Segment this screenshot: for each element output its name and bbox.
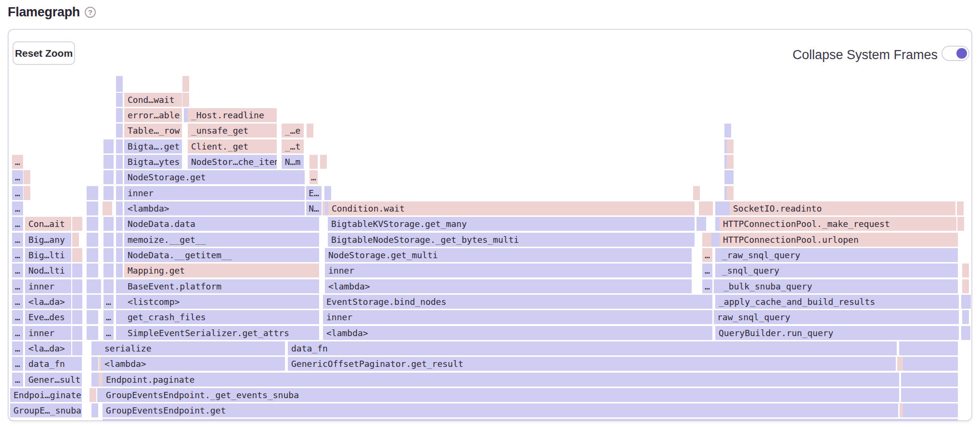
flame-frame-sliver[interactable] — [94, 279, 101, 293]
flame-frame[interactable]: memoize.__get__ — [124, 233, 319, 247]
flame-frame[interactable]: Bigta…ytes — [124, 155, 182, 169]
flame-frame[interactable]: Eve…des — [25, 310, 71, 324]
flame-frame[interactable]: GroupEventsEndpoint._get_events_snuba — [103, 388, 899, 402]
flame-frame-sliver[interactable] — [116, 76, 123, 92]
flame-frame-sliver[interactable] — [72, 326, 82, 340]
flame-frame[interactable]: Gener…sult — [25, 373, 82, 387]
flame-frame-sliver[interactable] — [693, 186, 700, 200]
flame-frame-sliver[interactable] — [116, 124, 123, 138]
flame-frame-sliver[interactable] — [964, 295, 971, 309]
flame-frame-sliver[interactable] — [103, 217, 114, 231]
flame-frame[interactable]: EventStorage.bind_nodes — [323, 295, 712, 309]
flame-frame[interactable]: … — [12, 186, 23, 200]
flame-frame-sliver[interactable] — [103, 279, 114, 293]
flame-frame[interactable]: <listcomp> — [124, 295, 319, 309]
flame-frame-sliver[interactable] — [116, 201, 123, 215]
flame-frame[interactable]: … — [103, 310, 114, 324]
flame-frame-sliver[interactable] — [116, 108, 123, 122]
flame-frame-sliver[interactable] — [72, 310, 82, 324]
flame-frame-sliver[interactable] — [699, 217, 706, 231]
flame-frame[interactable]: E… — [306, 186, 322, 200]
flame-frame[interactable]: NodeStorage.get_multi — [325, 248, 692, 262]
flame-frame[interactable]: Nod…lti — [25, 264, 71, 277]
flame-frame[interactable]: serialize — [101, 341, 285, 355]
flame-frame-sliver[interactable] — [91, 310, 98, 324]
flame-frame[interactable]: <la…da> — [25, 341, 71, 355]
flame-frame-sliver[interactable] — [91, 201, 98, 215]
flame-frame[interactable]: Cond…wait — [124, 93, 182, 107]
flame-frame-sliver[interactable] — [24, 170, 30, 184]
flame-frame[interactable]: SocketIO.readinto — [730, 201, 955, 215]
flame-frame-sliver[interactable] — [72, 341, 82, 355]
flame-frame[interactable]: _snql_query — [719, 264, 958, 277]
flame-frame[interactable]: … — [12, 373, 23, 387]
flame-frame[interactable]: Bigta….get — [124, 139, 182, 153]
flame-frame-sliver[interactable] — [116, 139, 123, 153]
flame-frame[interactable]: N…m — [282, 155, 304, 169]
flame-frame-sliver[interactable] — [72, 233, 79, 247]
flame-frame[interactable]: … — [12, 201, 23, 215]
flame-frame[interactable]: BigtableNodeStorage._get_bytes_multi — [328, 233, 695, 247]
flame-frame-sliver[interactable] — [718, 201, 725, 215]
flame-frame[interactable]: <lambda> — [101, 357, 285, 371]
flame-frame-sliver[interactable] — [320, 155, 327, 169]
flame-frame[interactable]: GroupE…_snuba — [10, 403, 82, 417]
flame-frame[interactable]: <lambda> — [124, 201, 305, 215]
flame-frame[interactable]: Client._get — [188, 139, 277, 153]
flame-frame-sliver[interactable] — [901, 373, 958, 387]
flame-frame[interactable]: N… — [306, 201, 322, 215]
flame-frame-sliver[interactable] — [706, 201, 713, 215]
flame-frame[interactable]: Table…_row — [124, 124, 182, 138]
flame-frame[interactable]: inner — [25, 279, 71, 293]
flame-frame[interactable]: HTTPConnectionPool.urlopen — [720, 233, 958, 247]
flame-frame-sliver[interactable] — [103, 201, 112, 215]
flame-frame[interactable]: data_fn — [288, 341, 897, 355]
flame-frame-sliver[interactable] — [962, 264, 969, 277]
flame-frame[interactable]: Endpoint.paginate — [103, 373, 899, 387]
flame-frame[interactable]: … — [12, 326, 23, 340]
flame-frame[interactable]: … — [12, 264, 23, 277]
flame-frame[interactable]: <la…da> — [25, 295, 71, 309]
flame-frame-sliver[interactable] — [94, 341, 101, 355]
flame-frame[interactable]: _apply_cache_and_build_results — [715, 295, 959, 309]
flame-frame[interactable]: SimpleEventSerializer.get_attrs — [124, 326, 319, 340]
flame-frame-sliver[interactable] — [964, 326, 970, 340]
flame-frame-sliver[interactable] — [116, 93, 123, 107]
flame-frame[interactable]: … — [12, 279, 23, 293]
flame-frame[interactable]: GroupEventsEndpoint.get — [103, 403, 898, 417]
flame-frame[interactable]: inner — [325, 264, 692, 277]
flame-frame[interactable]: inner — [124, 186, 305, 200]
flame-frame-sliver[interactable] — [91, 326, 98, 340]
flame-frame-sliver[interactable] — [727, 186, 734, 200]
flame-frame[interactable]: Big…any — [25, 233, 71, 247]
flamegraph-canvas[interactable]: Cond…waiterror…able_Host.readlineTable…_… — [0, 0, 980, 427]
flame-frame[interactable]: … — [12, 155, 23, 169]
flame-frame[interactable]: NodeStor…che_item — [188, 155, 277, 169]
flame-frame[interactable]: … — [12, 217, 23, 231]
flame-frame-sliver[interactable] — [91, 217, 98, 231]
flame-frame[interactable]: Endpoi…ginate — [10, 388, 82, 402]
flame-frame-sliver[interactable] — [903, 403, 958, 417]
flame-frame[interactable]: … — [12, 295, 23, 309]
flame-frame-sliver[interactable] — [94, 295, 101, 309]
flame-frame-sliver[interactable] — [309, 155, 318, 169]
flame-frame[interactable]: _unsafe_get — [188, 124, 277, 138]
flame-frame-sliver[interactable] — [957, 201, 964, 215]
flame-frame-sliver[interactable] — [724, 124, 731, 138]
flame-frame[interactable]: _…t — [282, 139, 304, 153]
flame-frame-sliver[interactable] — [182, 93, 189, 107]
flame-frame[interactable]: Mapping.get — [124, 264, 319, 277]
flame-frame[interactable]: … — [103, 295, 114, 309]
flame-frame-sliver[interactable] — [962, 279, 969, 293]
flame-frame-sliver[interactable] — [182, 76, 189, 92]
flame-frame[interactable]: … — [309, 170, 318, 184]
flame-frame[interactable]: … — [12, 170, 23, 184]
flame-frame-sliver[interactable] — [103, 233, 114, 247]
flame-frame-sliver[interactable] — [899, 341, 958, 355]
flame-frame[interactable]: inner — [25, 326, 71, 340]
flame-frame-sliver[interactable] — [324, 186, 331, 200]
flame-frame[interactable]: _raw_snql_query — [719, 248, 958, 262]
flame-frame-sliver[interactable] — [116, 264, 123, 277]
flame-frame[interactable]: <lambda> — [325, 279, 692, 293]
flame-frame[interactable]: GenericOffsetPaginator.get_result — [288, 357, 896, 371]
